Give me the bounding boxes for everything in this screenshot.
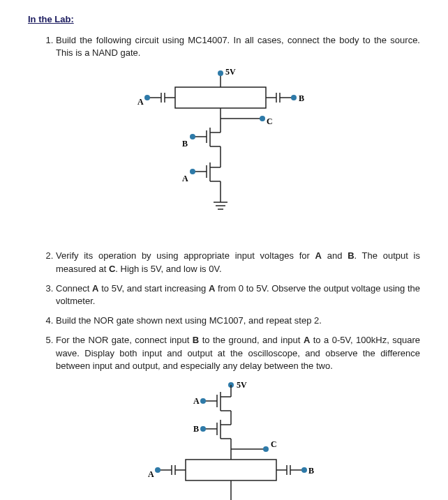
svg-point-56 <box>155 467 160 473</box>
step-3: Connect A to 5V, and start increasing A … <box>56 282 420 308</box>
step-4: Build the NOR gate shown next using MC10… <box>56 315 420 327</box>
label-a-top: A <box>193 396 200 406</box>
step-2: Verify its operation by using appropriat… <box>56 250 420 275</box>
bold-a2: A <box>209 283 215 294</box>
bold-c: C <box>109 264 115 274</box>
svg-point-46 <box>200 426 206 432</box>
svg-point-12 <box>291 95 297 100</box>
svg-point-7 <box>144 95 150 100</box>
bold-a: A <box>315 250 322 261</box>
svg-point-15 <box>260 116 265 121</box>
svg-point-20 <box>190 134 195 139</box>
label-b-right: B <box>299 93 304 103</box>
bold-a: A <box>304 335 310 345</box>
label-a-top: A <box>137 97 144 107</box>
svg-point-2 <box>218 70 223 76</box>
vcc-label: 5V <box>237 380 247 390</box>
text: and <box>322 250 348 261</box>
text: to the ground, and input <box>199 335 304 345</box>
text: to 5V, and start increasing <box>99 283 209 294</box>
bold-b: B <box>348 250 354 261</box>
nand-circuit-diagram: 5V A B C B A <box>28 66 420 236</box>
svg-point-50 <box>263 446 269 452</box>
instruction-list: Build the following circuit using MC1400… <box>28 34 420 59</box>
svg-rect-0 <box>175 87 266 108</box>
vcc-label: 5V <box>225 67 236 77</box>
label-c: C <box>267 116 273 126</box>
label-b-mid: B <box>182 139 188 149</box>
bold-a: A <box>92 283 98 294</box>
nor-circuit-diagram: 5V A B C A B <box>28 379 420 500</box>
text: Connect <box>56 283 92 294</box>
instruction-list-cont: Verify its operation by using appropriat… <box>28 250 420 372</box>
section-title: In the Lab: <box>28 14 420 24</box>
svg-point-27 <box>190 169 195 174</box>
label-b-right: B <box>308 466 314 476</box>
step-1: Build the following circuit using MC1400… <box>56 34 420 59</box>
svg-rect-51 <box>186 460 276 480</box>
text: . High is 5V, and low is 0V. <box>115 264 221 274</box>
text: For the NOR gate, connect input <box>56 335 193 345</box>
label-a-bot: A <box>148 469 154 479</box>
svg-point-39 <box>200 398 206 404</box>
label-c: C <box>271 439 277 449</box>
step-5: For the NOR gate, connect input B to the… <box>56 334 420 372</box>
svg-point-61 <box>301 467 307 473</box>
bold-b: B <box>193 335 199 345</box>
label-b-top: B <box>193 424 199 434</box>
label-a-bot: A <box>182 174 188 183</box>
text: Verify its operation by using appropriat… <box>56 250 315 261</box>
